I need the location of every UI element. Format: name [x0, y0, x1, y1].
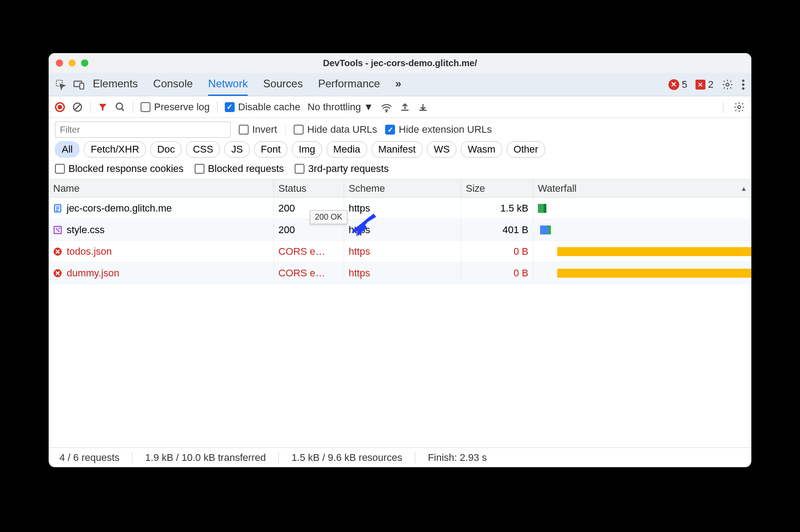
- throttling-select[interactable]: No throttling ▼: [308, 101, 373, 113]
- type-chip-manifest[interactable]: Manifest: [372, 141, 423, 158]
- waterfall-bar: [557, 269, 751, 278]
- upload-har-icon[interactable]: [400, 102, 410, 113]
- cell-name: todos.json: [49, 241, 274, 262]
- file-name: style.css: [67, 224, 105, 236]
- clear-button[interactable]: [72, 102, 83, 113]
- type-chip-font[interactable]: Font: [254, 141, 287, 158]
- download-har-icon[interactable]: [418, 102, 428, 113]
- chevron-down-icon: ▼: [364, 101, 373, 113]
- table-row[interactable]: todos.jsonCORS e…https0 B: [49, 241, 751, 262]
- col-size-header[interactable]: Size: [461, 180, 533, 197]
- cell-scheme: https: [344, 241, 461, 262]
- cell-waterfall: [533, 262, 751, 284]
- table-row[interactable]: jec-cors-demo.glitch.me200https1.5 kB: [49, 198, 751, 219]
- svg-line-8: [75, 104, 80, 110]
- annotation-arrow-icon: [347, 212, 378, 239]
- svg-point-6: [742, 87, 744, 89]
- col-name-header[interactable]: Name: [49, 180, 274, 197]
- svg-point-3: [726, 83, 729, 86]
- hide-ext-label: Hide extension URLs: [399, 124, 492, 135]
- type-chip-wasm[interactable]: Wasm: [461, 141, 502, 158]
- preserve-log-checkbox[interactable]: Preserve log: [141, 101, 210, 113]
- blocked-cookies-label: Blocked response cookies: [68, 163, 184, 175]
- issue-count-badge[interactable]: ✕ 2: [695, 79, 714, 90]
- network-settings-icon[interactable]: [733, 101, 745, 113]
- type-chip-fetchxhr[interactable]: Fetch/XHR: [84, 141, 146, 158]
- table-body: jec-cors-demo.glitch.me200https1.5 kBsty…: [49, 198, 751, 447]
- blocked-requests-checkbox[interactable]: Blocked requests: [195, 163, 284, 175]
- cell-waterfall: [533, 219, 751, 240]
- filter-toggle-icon[interactable]: [98, 102, 108, 112]
- cell-status: CORS e…: [274, 262, 344, 284]
- close-window-button[interactable]: [56, 59, 63, 67]
- status-bar: 4 / 6 requests 1.9 kB / 10.0 kB transfer…: [49, 447, 751, 467]
- blocked-requests-label: Blocked requests: [208, 163, 284, 175]
- record-button[interactable]: [55, 102, 65, 112]
- svg-point-5: [742, 83, 744, 86]
- disable-cache-checkbox[interactable]: Disable cache: [225, 101, 300, 113]
- cell-name: jec-cors-demo.glitch.me: [49, 198, 274, 219]
- error-icon: [53, 247, 62, 256]
- table-row[interactable]: style.css200https401 B: [49, 219, 751, 241]
- blocked-cookies-checkbox[interactable]: Blocked response cookies: [55, 163, 184, 175]
- file-name: dummy.json: [67, 267, 119, 279]
- requests-table: Name Status Scheme Size Waterfall▲ jec-c…: [49, 180, 751, 447]
- settings-icon[interactable]: [722, 79, 733, 90]
- tab-performance[interactable]: Performance: [318, 73, 380, 96]
- svg-point-12: [738, 105, 741, 108]
- main-tabstrip: Elements Console Network Sources Perform…: [49, 73, 751, 96]
- traffic-lights: [56, 59, 88, 67]
- col-scheme-header[interactable]: Scheme: [344, 180, 461, 197]
- table-row[interactable]: dummy.jsonCORS e…https0 B: [49, 262, 751, 284]
- col-waterfall-header[interactable]: Waterfall▲: [533, 180, 751, 197]
- type-chip-doc[interactable]: Doc: [150, 141, 182, 158]
- error-count-badge[interactable]: ✕ 5: [668, 79, 687, 90]
- checkbox-icon: [55, 164, 65, 174]
- svg-point-11: [386, 111, 387, 112]
- search-icon[interactable]: [115, 102, 126, 113]
- more-menu-icon[interactable]: [741, 79, 745, 90]
- cell-status: CORS e…: [274, 241, 344, 262]
- type-chip-ws[interactable]: WS: [427, 141, 456, 158]
- type-chip-css[interactable]: CSS: [186, 141, 220, 158]
- issue-icon: ✕: [695, 80, 705, 90]
- maximize-window-button[interactable]: [81, 59, 88, 67]
- tab-sources[interactable]: Sources: [263, 73, 303, 96]
- minimize-window-button[interactable]: [68, 59, 76, 67]
- error-icon: ✕: [668, 79, 679, 90]
- type-chip-other[interactable]: Other: [507, 141, 545, 158]
- tab-network[interactable]: Network: [208, 73, 248, 96]
- type-chip-media[interactable]: Media: [327, 141, 367, 158]
- invert-label: Invert: [252, 124, 277, 135]
- type-chip-img[interactable]: Img: [292, 141, 322, 158]
- table-header: Name Status Scheme Size Waterfall▲: [49, 180, 751, 198]
- invert-checkbox[interactable]: Invert: [239, 124, 277, 135]
- col-status-header[interactable]: Status: [274, 180, 344, 197]
- tab-console[interactable]: Console: [153, 73, 193, 96]
- transferred-summary: 1.9 kB / 10.0 kB transferred: [145, 452, 266, 464]
- doc-file-icon: [53, 204, 62, 213]
- device-toggle-icon[interactable]: [73, 79, 85, 90]
- finish-summary: Finish: 2.93 s: [428, 452, 487, 464]
- inspect-icon[interactable]: [55, 79, 67, 90]
- waterfall-bar: [540, 225, 551, 234]
- waterfall-bar: [538, 204, 546, 213]
- hide-data-urls-checkbox[interactable]: Hide data URLs: [294, 124, 377, 135]
- tab-overflow[interactable]: »: [395, 73, 401, 96]
- type-chip-all[interactable]: All: [55, 141, 79, 158]
- error-count: 5: [682, 79, 687, 90]
- network-conditions-icon[interactable]: [381, 102, 392, 113]
- requests-summary: 4 / 6 requests: [59, 452, 119, 464]
- tab-elements[interactable]: Elements: [93, 73, 138, 96]
- cell-size: 401 B: [461, 219, 533, 240]
- sort-indicator-icon: ▲: [741, 185, 747, 192]
- hide-extension-urls-checkbox[interactable]: Hide extension URLs: [385, 124, 492, 135]
- filter-input[interactable]: [55, 122, 231, 138]
- third-party-checkbox[interactable]: 3rd-party requests: [295, 163, 389, 175]
- type-chip-js[interactable]: JS: [224, 141, 250, 158]
- cell-scheme: https: [344, 262, 461, 284]
- status-tooltip: 200 OK: [310, 210, 347, 224]
- window-title: DevTools - jec-cors-demo.glitch.me/: [49, 58, 751, 68]
- panel-tabs: Elements Console Network Sources Perform…: [93, 73, 401, 96]
- hide-data-label: Hide data URLs: [307, 124, 377, 135]
